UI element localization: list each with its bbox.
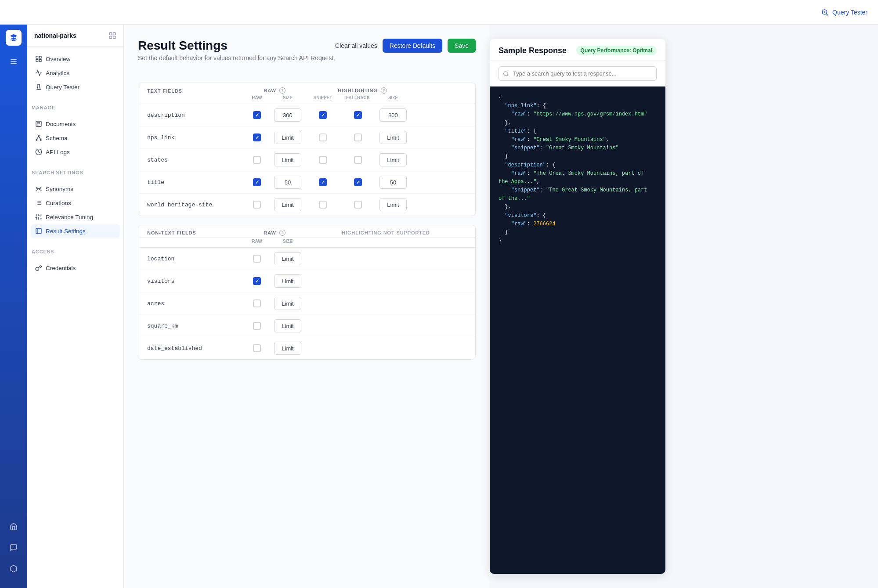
sidebar-item-documents[interactable]: Documents [31, 117, 120, 130]
restore-defaults-button[interactable]: Restore Defaults [383, 39, 442, 53]
non-text-header: NON-TEXT FIELDS RAW ? HIGHLIGHTING NOT S… [138, 225, 475, 238]
description-fallback-checkbox[interactable] [354, 111, 362, 119]
location-raw-size-input[interactable] [274, 252, 301, 265]
location-raw-checkbox[interactable] [253, 255, 261, 263]
home-icon [10, 523, 18, 530]
svg-point-19 [40, 139, 41, 141]
visitors-raw-size-input[interactable] [274, 274, 301, 288]
field-description: description [147, 112, 244, 119]
non-text-raw-info-icon[interactable]: ? [279, 230, 285, 236]
col-fallback-label: FALLBACK [340, 95, 376, 100]
title-snippet-checkbox[interactable] [319, 178, 327, 186]
app-logo[interactable] [6, 30, 22, 46]
search-icon [503, 71, 509, 77]
states-fallback-checkbox[interactable] [354, 156, 362, 164]
sidebar-item-credentials-label: Credentials [46, 265, 76, 271]
table-row: date_established [138, 337, 475, 359]
sidebar-item-relevance-tuning[interactable]: Relevance Tuning [31, 210, 120, 224]
sidebar-item-credentials[interactable]: Credentials [31, 261, 120, 274]
non-text-label: NON-TEXT FIELDS [147, 230, 244, 235]
sidebar-item-query-tester-label: Query Tester [46, 84, 79, 90]
heritage-hl-size-input[interactable] [379, 198, 407, 211]
date-raw-size-input[interactable] [274, 342, 301, 355]
sidebar-item-relevance-label: Relevance Tuning [46, 214, 93, 220]
heritage-raw-size-input[interactable] [274, 198, 301, 211]
result-settings-icon [35, 227, 42, 234]
action-bar: Clear all values Restore Defaults Save [335, 39, 476, 53]
sidebar-item-curations[interactable]: Curations [31, 196, 120, 209]
heritage-fallback-checkbox[interactable] [354, 201, 362, 209]
table-row: location [138, 248, 475, 270]
visitors-raw-checkbox[interactable] [253, 277, 261, 285]
highlighting-info-icon[interactable]: ? [381, 87, 387, 94]
header-query-tester[interactable]: Query Tester [821, 8, 867, 16]
svg-rect-7 [109, 36, 112, 39]
states-raw-size-input[interactable] [274, 153, 301, 166]
npslink-snippet-checkbox[interactable] [319, 133, 327, 141]
acres-raw-checkbox[interactable] [253, 299, 261, 307]
chat-icon-btn[interactable] [5, 539, 22, 556]
table-row: title [138, 171, 475, 194]
table-row: world_heritage_site [138, 194, 475, 216]
npslink-raw-checkbox[interactable] [253, 133, 261, 141]
non-text-fields-table: NON-TEXT FIELDS RAW ? HIGHLIGHTING NOT S… [138, 225, 476, 360]
highlighting-group-header: HIGHLIGHTING ? [305, 87, 419, 94]
top-header: Query Tester [0, 0, 878, 25]
sidebar-item-documents-label: Documents [46, 121, 76, 127]
svg-point-18 [36, 139, 37, 141]
svg-rect-38 [36, 228, 41, 234]
sidebar-item-overview[interactable]: Overview [31, 52, 120, 65]
manage-section-label: MANAGE [27, 100, 123, 112]
sidebar-item-query-tester[interactable]: Query Tester [31, 80, 120, 94]
title-raw-checkbox[interactable] [253, 178, 261, 186]
svg-rect-5 [109, 32, 112, 35]
title-hl-size-input[interactable] [379, 176, 407, 189]
schema-icon [35, 134, 42, 141]
states-hl-size-input[interactable] [379, 153, 407, 166]
description-raw-size-input[interactable] [274, 108, 301, 122]
field-date-established: date_established [147, 345, 244, 352]
sidebar-item-result-settings[interactable]: Result Settings [31, 224, 120, 238]
app-body: national-parks Overview Analytics Query … [0, 25, 672, 588]
text-fields-label: TEXT FIELDS [147, 88, 244, 94]
search-settings-nav: Synonyms Curations Relevance Tuning Resu… [27, 177, 123, 244]
sidebar-item-api-logs[interactable]: API Logs [31, 145, 120, 159]
sqkm-raw-size-input[interactable] [274, 319, 301, 332]
npslink-raw-size-input[interactable] [274, 131, 301, 144]
date-raw-checkbox[interactable] [253, 344, 261, 352]
npslink-hl-size-input[interactable] [379, 131, 407, 144]
title-raw-size-input[interactable] [274, 176, 301, 189]
sidebar-item-analytics[interactable]: Analytics [31, 66, 120, 79]
clear-all-button[interactable]: Clear all values [335, 42, 377, 49]
states-snippet-checkbox[interactable] [319, 156, 327, 164]
sidebar-item-synonyms[interactable]: Synonyms [31, 182, 120, 195]
heritage-raw-checkbox[interactable] [253, 201, 261, 209]
col-raw-label: RAW [244, 95, 270, 100]
raw-info-icon[interactable]: ? [279, 87, 285, 94]
heritage-snippet-checkbox[interactable] [319, 201, 327, 209]
home-icon-btn[interactable] [5, 518, 22, 535]
hamburger-icon[interactable] [5, 53, 22, 70]
col-size-label: SIZE [270, 95, 305, 100]
svg-rect-10 [39, 56, 41, 58]
chat-icon [10, 544, 18, 552]
svg-point-17 [38, 135, 40, 137]
states-raw-checkbox[interactable] [253, 156, 261, 164]
top-nav: Overview Analytics Query Tester [27, 47, 123, 100]
sidebar-item-api-logs-label: API Logs [46, 149, 70, 155]
sidebar-item-schema[interactable]: Schema [31, 131, 120, 144]
package-icon-btn[interactable] [5, 560, 22, 577]
npslink-fallback-checkbox[interactable] [354, 133, 362, 141]
description-hl-size-input[interactable] [379, 108, 407, 122]
table-row: states [138, 149, 475, 171]
grid-icon[interactable] [108, 32, 116, 40]
field-square-km: square_km [147, 323, 244, 329]
document-icon [35, 120, 42, 127]
description-snippet-checkbox[interactable] [319, 111, 327, 119]
title-fallback-checkbox[interactable] [354, 178, 362, 186]
description-raw-checkbox[interactable] [253, 111, 261, 119]
acres-raw-size-input[interactable] [274, 297, 301, 310]
save-button[interactable]: Save [448, 39, 476, 53]
sample-search-input[interactable] [499, 66, 657, 81]
sqkm-raw-checkbox[interactable] [253, 322, 261, 330]
